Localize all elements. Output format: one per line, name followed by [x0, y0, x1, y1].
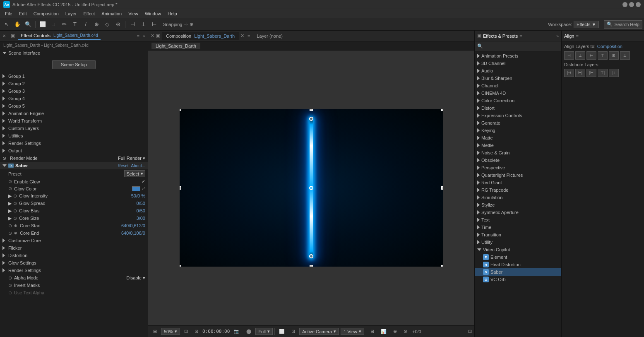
ep-search-input[interactable]: [485, 44, 559, 49]
panel-close-btn[interactable]: ✕: [2, 34, 7, 39]
about-link[interactable]: About...: [131, 164, 145, 168]
render-mode-row[interactable]: ⊙ Render Mode Full Render ▾: [0, 154, 148, 162]
glow-settings-row[interactable]: Glow Settings: [0, 259, 148, 267]
alpha-mode-row[interactable]: ⊙ Alpha Mode Disable ▾: [0, 274, 148, 282]
align-left-btn[interactable]: ⊣: [564, 51, 574, 60]
comp-viewer[interactable]: [148, 51, 474, 325]
output-row[interactable]: Output: [0, 147, 148, 154]
cat-red-giant[interactable]: Red Giant: [475, 179, 561, 186]
viewer-btn-render[interactable]: ⊟: [368, 328, 377, 335]
group4-row[interactable]: Group 4: [0, 95, 148, 102]
customize-core-row[interactable]: Customize Core: [0, 237, 148, 244]
group2-row[interactable]: Group 2: [0, 80, 148, 87]
menu-effect[interactable]: Effect: [80, 10, 98, 17]
cat-synthetic[interactable]: Synthetic Aperture: [475, 209, 561, 216]
snapping-icon2[interactable]: ⊕: [190, 22, 193, 27]
invert-masks-row[interactable]: ⊙ Invert Masks: [0, 282, 148, 289]
viewer-btn-snapshot[interactable]: 📊: [378, 328, 389, 335]
cat-3d-channel[interactable]: 3D Channel: [475, 60, 561, 67]
cat-channel[interactable]: Channel: [475, 82, 561, 89]
animation-engine-row[interactable]: Animation Engine: [0, 110, 148, 117]
viewer-btn-3d[interactable]: ⊙: [401, 328, 410, 335]
vc-heat-distortion[interactable]: H Heat Distortion: [475, 261, 561, 268]
viewer-color-btn[interactable]: ⬤: [244, 328, 254, 335]
utilities-row[interactable]: Utilities: [0, 132, 148, 140]
vc-saber[interactable]: S Saber: [475, 268, 561, 276]
menu-window[interactable]: Window: [142, 10, 164, 17]
distrib-hcenter-btn[interactable]: ⊢|: [575, 69, 585, 77]
hand-tool[interactable]: ✋: [12, 19, 22, 29]
glow-spread-row[interactable]: ▶ ⊙ Glow Spread 0/50: [0, 200, 148, 207]
align-menu-btn[interactable]: ≡: [576, 34, 578, 39]
cat-keying[interactable]: Keying: [475, 127, 561, 134]
menu-view[interactable]: View: [125, 10, 142, 17]
handle-tc[interactable]: [310, 109, 313, 111]
cat-noise[interactable]: Noise & Grain: [475, 149, 561, 156]
saber-point-bottom[interactable]: [309, 254, 313, 258]
flicker-row[interactable]: Flicker: [0, 244, 148, 252]
select-tool[interactable]: ↖: [2, 19, 12, 29]
cat-matte[interactable]: Matte: [475, 134, 561, 142]
cat-mettle[interactable]: Mettle: [475, 142, 561, 149]
workspace-dropdown[interactable]: Effects ▼: [574, 21, 599, 28]
menu-animation[interactable]: Animation: [98, 10, 125, 17]
glow-color-row[interactable]: ⊙ Glow Color ⇌: [0, 185, 148, 192]
align-center-tool[interactable]: ⊥: [138, 19, 148, 29]
comp-tab[interactable]: Composition Light_Sabers_Darth: [162, 32, 239, 40]
cat-color-correction[interactable]: Color Correction: [475, 97, 561, 104]
search-help-box[interactable]: 🔍 Search Help: [604, 20, 642, 29]
handle-bl[interactable]: [180, 265, 181, 267]
group5-row[interactable]: Group 5: [0, 102, 148, 110]
world-transform-row[interactable]: World Transform: [0, 117, 148, 125]
saber-point-top[interactable]: [309, 117, 313, 121]
rect-tool[interactable]: □: [48, 19, 58, 29]
group3-row[interactable]: Group 3: [0, 87, 148, 95]
viewer-camera-btn[interactable]: 📷: [231, 328, 242, 335]
distrib-top-btn[interactable]: ⊤|: [598, 69, 608, 77]
cat-cinema4d[interactable]: CINEMA 4D: [475, 89, 561, 97]
viewer-btn-fit[interactable]: ⊡: [182, 328, 190, 335]
render-settings-row[interactable]: Render Settings: [0, 140, 148, 147]
cat-simulation[interactable]: Simulation: [475, 194, 561, 201]
scene-interface-toggle[interactable]: Scene Interface: [0, 49, 148, 57]
glow-color-swatch[interactable]: [132, 186, 140, 191]
align-right-tool[interactable]: ⊢: [149, 19, 159, 29]
comp-close[interactable]: ✕: [151, 33, 154, 39]
cat-blur[interactable]: Blur & Sharpen: [475, 75, 561, 82]
views-dropdown[interactable]: 1 View ▾: [341, 328, 364, 335]
puppet-tool[interactable]: ⊛: [113, 19, 123, 29]
handle-tr[interactable]: [441, 109, 443, 111]
align-vcenter-btn[interactable]: ⊞: [609, 51, 619, 60]
cat-time[interactable]: Time: [475, 224, 561, 231]
saber-point-mid[interactable]: [309, 186, 313, 190]
handle-tl[interactable]: [180, 109, 181, 111]
maximize-btn[interactable]: [629, 2, 634, 7]
render-settings2-row[interactable]: Render Settings: [0, 267, 148, 274]
clone-tool[interactable]: ⊕: [91, 19, 101, 29]
core-end-row[interactable]: ⊙ ⊕ Core End 640/0,108/0: [0, 229, 148, 237]
snapping-icon[interactable]: ⊹: [184, 22, 188, 27]
custom-layers-row[interactable]: Custom Layers: [0, 125, 148, 132]
viewer-btn-pixel[interactable]: ⊡: [192, 328, 201, 335]
align-left-tool[interactable]: ⊣: [127, 19, 137, 29]
viewer-btn-safe[interactable]: ⊡: [289, 328, 298, 335]
comp-tab-close[interactable]: ✕: [240, 33, 244, 39]
cat-expression[interactable]: Expression Controls: [475, 112, 561, 119]
distrib-left-btn[interactable]: |⊣: [564, 69, 574, 77]
cat-distort[interactable]: Distort: [475, 104, 561, 112]
enable-glow-row[interactable]: ⊙ Enable Glow ✓: [0, 178, 148, 185]
glow-intensity-row[interactable]: ▶ ⊙ Glow Intensity 50/0 %: [0, 192, 148, 200]
cat-generate[interactable]: Generate: [475, 119, 561, 127]
viewer-right-btn[interactable]: ⊡: [468, 329, 472, 334]
brush-tool[interactable]: /: [81, 19, 91, 29]
align-to-value[interactable]: Composition: [597, 44, 622, 49]
camera-tool[interactable]: ⬜: [38, 19, 48, 29]
effect-controls-tab[interactable]: Effect Controls Light_Sabers_Darth.c4d: [18, 32, 101, 40]
cat-text[interactable]: Text: [475, 216, 561, 224]
cat-video-copilot[interactable]: Video Copilot: [475, 246, 561, 253]
cat-audio[interactable]: Audio: [475, 67, 561, 75]
reset-link[interactable]: Reset: [118, 164, 128, 168]
ep-menu-btn[interactable]: ≡: [519, 34, 522, 39]
cat-stylize[interactable]: Stylize: [475, 201, 561, 209]
core-size-row[interactable]: ▶ ⊙ Core Size 3/00: [0, 214, 148, 222]
